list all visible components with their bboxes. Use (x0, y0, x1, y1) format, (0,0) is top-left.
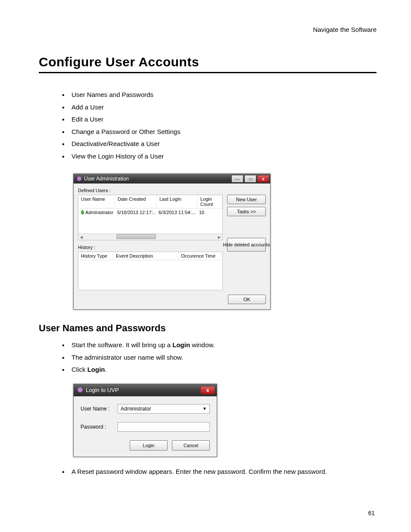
col-login-count[interactable]: Login Count (198, 195, 222, 208)
check-icon: ✓ (81, 210, 84, 215)
password-field[interactable] (118, 422, 210, 432)
list-item: The administrator user name will show. (59, 352, 377, 364)
app-icon (76, 176, 82, 182)
app-icon (77, 387, 83, 394)
col-occurence-time[interactable]: Occurence Time (178, 252, 222, 260)
page-number: 61 (368, 510, 375, 516)
dialog-title: User Administration (84, 176, 129, 182)
defined-users-label: Defined Users : (78, 188, 266, 193)
section-heading: User Names and Passwords (39, 323, 377, 334)
history-header: History Type Event Description Occurence… (78, 252, 222, 260)
table-row[interactable]: ✓ Administrator 5/18/2013 12:17:... 6/3/… (78, 208, 222, 216)
history-table[interactable]: History Type Event Description Occurence… (78, 252, 223, 290)
col-user-name[interactable]: User Name (78, 195, 115, 208)
steps-list-2: A Reset password window appears. Enter t… (59, 466, 377, 478)
list-item: Start the software. It will bring up a L… (59, 339, 377, 352)
tasks-button[interactable]: Tasks >> (227, 207, 266, 216)
cell-date-created: 5/18/2013 12:17:... (115, 208, 156, 216)
toc-item: Deactivative/Reactivate a User (59, 138, 377, 150)
toc-item: View the Login History of a User (59, 150, 377, 163)
cell-user-name-text: Administrator (85, 210, 113, 215)
toc-list: User Names and Passwords Add a User Edit… (59, 89, 377, 162)
login-dialog: Login to UVP x User Name : Administrator… (73, 384, 217, 457)
horizontal-scrollbar[interactable]: ◄ ► (78, 233, 222, 240)
new-user-button[interactable]: New User (227, 195, 266, 204)
hide-deleted-button[interactable]: Hide deleted accounts (227, 238, 266, 252)
login-button[interactable]: Login (130, 440, 168, 451)
chevron-down-icon[interactable]: ▼ (202, 406, 207, 411)
scroll-right-icon[interactable]: ► (217, 235, 221, 240)
cancel-button[interactable]: Cancel (172, 440, 210, 451)
dialog-title: Login to UVP (86, 387, 119, 393)
col-event-description[interactable]: Event Description (113, 252, 178, 260)
cell-last-login: 6/3/2013 11:54:... (156, 208, 196, 216)
cell-user-name: ✓ Administrator (78, 208, 115, 216)
close-button[interactable]: x (200, 386, 215, 395)
scroll-left-icon[interactable]: ◄ (79, 235, 84, 240)
table-header: User Name Date Created Last Login Login … (78, 195, 222, 208)
list-item: Click Login. (59, 364, 377, 376)
col-date-created[interactable]: Date Created (115, 195, 157, 208)
col-last-login[interactable]: Last Login (157, 195, 198, 208)
users-table[interactable]: User Name Date Created Last Login Login … (78, 195, 223, 240)
title-rule (39, 72, 377, 73)
user-name-label: User Name : (81, 406, 118, 412)
toc-item: User Names and Passwords (59, 89, 377, 101)
dialog-titlebar: User Administration — ▭ x (74, 174, 270, 184)
toc-item: Add a User (59, 101, 377, 114)
header-breadcrumb: Navigate the Software (39, 26, 377, 33)
history-label: History : (78, 245, 223, 250)
step-bold: Login (87, 366, 105, 373)
user-name-value: Administrator (121, 406, 151, 412)
step-text: window. (190, 341, 215, 348)
steps-list: Start the software. It will bring up a L… (59, 339, 377, 376)
list-item: A Reset password window appears. Enter t… (59, 466, 377, 478)
col-history-type[interactable]: History Type (78, 252, 113, 260)
cell-login-count: 10 (196, 208, 222, 216)
user-name-combo[interactable]: Administrator ▼ (118, 404, 210, 414)
step-text: Start the software. It will bring up a (72, 341, 172, 348)
scrollbar-thumb[interactable] (116, 234, 156, 239)
svg-point-1 (78, 387, 83, 392)
step-text: . (105, 366, 107, 373)
page-title: Configure User Accounts (39, 55, 377, 69)
toc-item: Edit a User (59, 113, 377, 126)
password-label: Password : (81, 424, 118, 430)
dialog-titlebar: Login to UVP x (74, 384, 217, 396)
user-administration-dialog: User Administration — ▭ x Defined Users … (73, 174, 271, 310)
step-text: Click (72, 366, 87, 373)
close-button[interactable]: x (257, 175, 269, 183)
svg-point-0 (77, 177, 81, 181)
toc-item: Change a Password or Other Settings (59, 126, 377, 138)
step-bold: Login (172, 341, 190, 348)
ok-button[interactable]: OK (228, 295, 266, 304)
maximize-button[interactable]: ▭ (244, 175, 256, 183)
minimize-button[interactable]: — (231, 175, 243, 183)
